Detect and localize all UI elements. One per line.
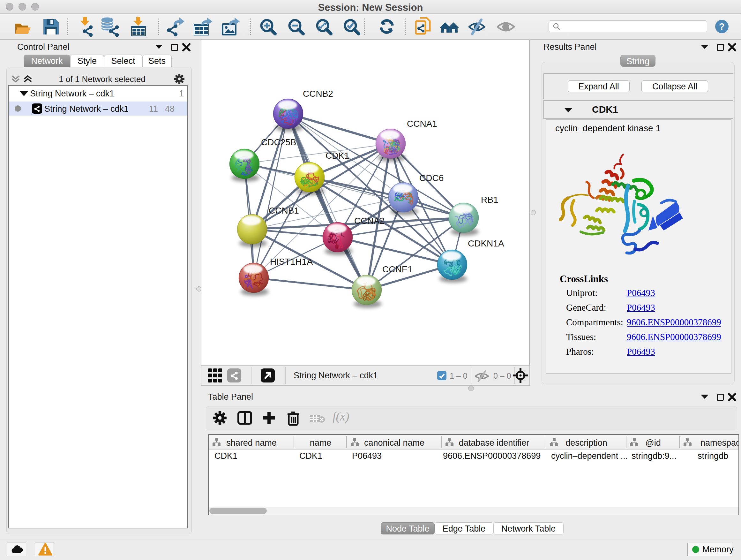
svg-text:HIST1H1A: HIST1H1A <box>270 257 313 266</box>
svg-text:CDC25B: CDC25B <box>261 137 296 147</box>
svg-text:CDC6: CDC6 <box>419 173 444 183</box>
svg-text:CCNB2: CCNB2 <box>303 89 333 99</box>
svg-text:CDK1: CDK1 <box>326 151 349 161</box>
svg-text:CCNA1: CCNA1 <box>407 119 437 129</box>
svg-text:CCNB1: CCNB1 <box>269 206 299 215</box>
svg-text:CDKN1A: CDKN1A <box>468 239 504 248</box>
svg-text:RB1: RB1 <box>481 195 498 205</box>
svg-text:CCNA2: CCNA2 <box>354 216 385 226</box>
svg-text:CCNE1: CCNE1 <box>382 264 413 274</box>
